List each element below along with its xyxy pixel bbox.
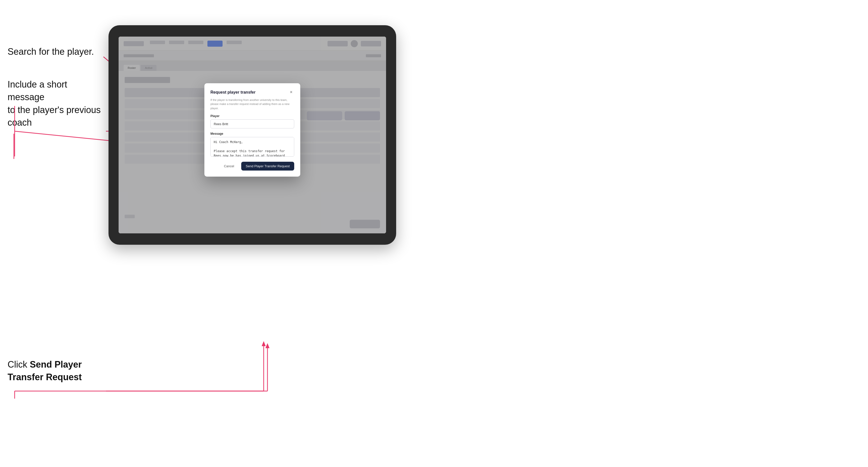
annotation-search: Search for the player. (7, 45, 98, 58)
svg-marker-15 (262, 341, 266, 346)
cancel-button[interactable]: Cancel (219, 162, 239, 170)
modal-header: Request player transfer × (211, 89, 294, 95)
message-textarea[interactable]: Hi Coach McHarg, Please accept this tran… (211, 137, 294, 157)
svg-marker-6 (266, 343, 270, 348)
message-label: Message (211, 132, 294, 135)
tablet-device: Roster Active Request pl (108, 25, 396, 245)
close-icon[interactable]: × (288, 89, 294, 95)
modal-footer: Cancel Send Player Transfer Request (211, 162, 294, 170)
player-label: Player (211, 114, 294, 118)
modal-title: Request player transfer (211, 90, 256, 95)
tablet-screen: Roster Active Request pl (119, 37, 386, 234)
request-transfer-modal: Request player transfer × If the player … (205, 83, 300, 177)
modal-description: If the player is transferring from anoth… (211, 98, 294, 111)
player-input[interactable] (211, 119, 294, 128)
modal-overlay: Request player transfer × If the player … (119, 37, 386, 234)
annotation-click: Click Send Player Transfer Request (7, 358, 103, 384)
send-transfer-request-button[interactable]: Send Player Transfer Request (241, 162, 294, 170)
annotation-message: Include a short message to the player's … (7, 78, 103, 129)
